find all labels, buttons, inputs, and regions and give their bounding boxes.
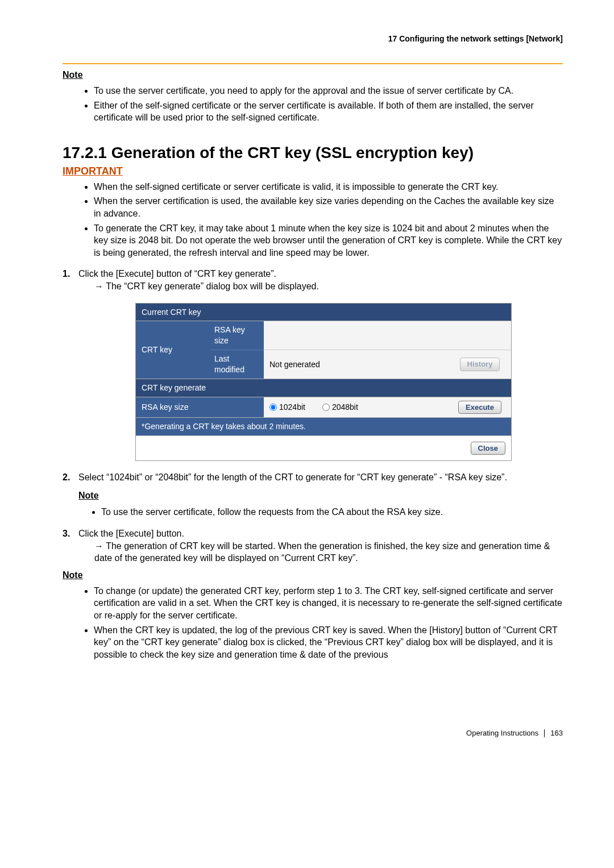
note-item: Either of the self-signed certificate or…	[94, 99, 563, 124]
history-button[interactable]: History	[460, 358, 500, 371]
radio-2048bit-input[interactable]	[322, 404, 330, 411]
last-modified-value: Not generated	[264, 350, 449, 379]
important-item: To generate the CRT key, it may take abo…	[94, 222, 563, 259]
close-button[interactable]: Close	[471, 442, 505, 455]
important-item: When the self-signed certificate or serv…	[94, 181, 563, 193]
radio-2048bit-label: 2048bit	[332, 402, 358, 413]
footer-divider	[544, 729, 545, 737]
note-heading-mid: Note	[78, 489, 563, 502]
dialog-generation-note: *Generating a CRT key takes about 2 minu…	[136, 417, 511, 435]
step-3-result: The generation of CRT key will be starte…	[94, 540, 563, 564]
footer-page-number: 163	[550, 729, 563, 737]
note-item: To use the server certificate, follow th…	[101, 506, 563, 518]
step-3: Click the [Execute] button. The generati…	[63, 528, 563, 564]
note-heading-bottom: Note	[63, 570, 563, 580]
important-heading: IMPORTANT	[63, 165, 563, 177]
radio-2048bit[interactable]: 2048bit	[322, 402, 358, 413]
running-header: 17 Configuring the network settings [Net…	[63, 34, 563, 43]
crt-key-row-label: CRT key	[136, 321, 210, 379]
step-1: Click the [Execute] button of “CRT key g…	[63, 268, 563, 461]
step-1-result: The “CRT key generate” dialog box will b…	[94, 280, 563, 293]
section-title: 17.2.1 Generation of the CRT key (SSL en…	[63, 144, 563, 162]
note-item: To change (or update) the generated CRT …	[94, 585, 563, 622]
rsa-key-size-gen-label: RSA key size	[136, 397, 264, 417]
important-item: When the server certification is used, t…	[94, 195, 563, 219]
last-modified-label: Last modified	[210, 350, 264, 379]
header-divider	[63, 63, 563, 64]
rsa-key-size-label: RSA key size	[210, 321, 264, 350]
crt-key-dialog: Current CRT key CRT key RSA key size Las…	[135, 303, 512, 462]
note-item: To use the server certificate, you need …	[94, 85, 563, 97]
footer-label: Operating Instructions	[466, 729, 538, 737]
step-2: Select “1024bit” or “2048bit” for the le…	[63, 471, 563, 518]
execute-button[interactable]: Execute	[458, 401, 501, 414]
step-1-text: Click the [Execute] button of “CRT key g…	[78, 269, 276, 279]
rsa-key-size-value	[264, 321, 449, 350]
radio-1024bit[interactable]: 1024bit	[269, 402, 305, 413]
step-3-text: Click the [Execute] button.	[78, 529, 184, 538]
dialog-title-current: Current CRT key	[136, 304, 511, 321]
radio-1024bit-label: 1024bit	[279, 402, 305, 413]
step-2-text: Select “1024bit” or “2048bit” for the le…	[78, 472, 507, 482]
note-item: When the CRT key is updated, the log of …	[94, 624, 563, 661]
note-heading-top: Note	[63, 70, 563, 80]
dialog-title-generate: CRT key generate	[136, 379, 511, 397]
radio-1024bit-input[interactable]	[269, 404, 277, 411]
